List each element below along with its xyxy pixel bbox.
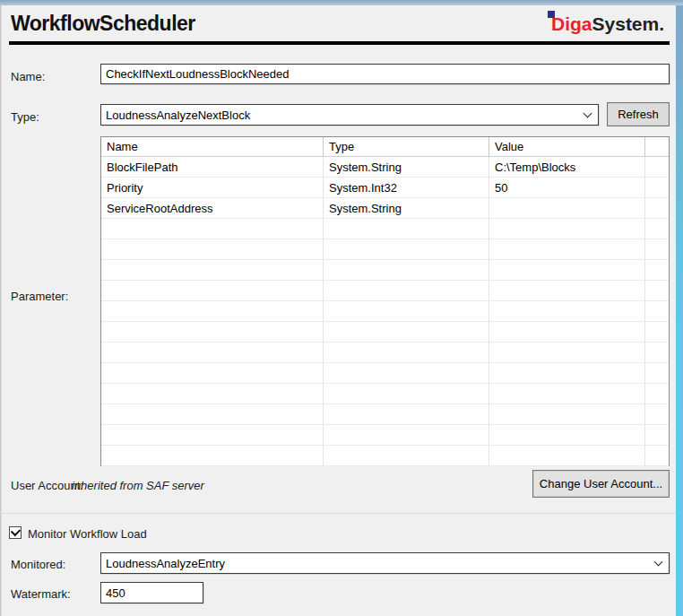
table-row[interactable] <box>101 384 669 404</box>
header-divider <box>9 41 670 45</box>
param-cell-name <box>101 343 324 362</box>
param-cell-name <box>101 219 324 239</box>
param-cell-name <box>101 322 324 342</box>
param-cell-extra <box>645 198 669 218</box>
brand-diga-text: Diga <box>551 13 592 34</box>
watermark-label: Watermark: <box>11 587 71 601</box>
param-cell-type: System.String <box>324 198 489 218</box>
param-cell-type <box>324 343 489 362</box>
monitor-workflow-load-checkbox[interactable] <box>9 526 22 539</box>
brand-system-text: System. <box>592 13 665 34</box>
param-cell-extra <box>645 322 669 342</box>
column-header-value[interactable]: Value <box>489 137 645 156</box>
param-cell-value <box>489 301 645 321</box>
param-cell-extra <box>645 219 669 239</box>
monitored-combobox-value: LoudnessAnalyzeEntry <box>106 557 225 570</box>
param-cell-type <box>324 404 489 424</box>
monitor-workflow-load-label[interactable]: Monitor Workflow Load <box>28 527 147 541</box>
watermark-input[interactable]: 450 <box>100 582 203 603</box>
parameter-table: Name Type Value BlockFilePathSystem.Stri… <box>100 136 670 466</box>
param-cell-value <box>489 404 645 424</box>
table-row[interactable] <box>101 404 669 425</box>
param-cell-type: System.String <box>324 157 489 177</box>
param-cell-extra <box>645 363 669 383</box>
param-cell-type: System.Int32 <box>324 178 489 197</box>
param-cell-value <box>489 425 645 445</box>
window-right-border <box>676 5 683 616</box>
param-cell-value <box>489 198 645 218</box>
param-cell-type <box>324 301 489 321</box>
param-cell-extra <box>645 260 669 280</box>
column-header-name[interactable]: Name <box>101 137 324 156</box>
table-row[interactable] <box>101 425 669 446</box>
param-cell-value <box>489 281 645 300</box>
chevron-down-icon[interactable] <box>584 110 592 117</box>
table-row[interactable] <box>101 281 669 301</box>
param-cell-value <box>489 343 645 362</box>
param-cell-extra <box>645 343 669 362</box>
section-divider <box>0 513 676 514</box>
table-row[interactable] <box>101 301 669 322</box>
param-cell-value <box>489 446 645 465</box>
param-cell-extra <box>645 178 669 197</box>
param-cell-name <box>101 384 324 403</box>
param-cell-value <box>489 239 645 259</box>
table-row[interactable] <box>101 363 669 384</box>
param-cell-name: BlockFilePath <box>101 157 324 177</box>
table-row[interactable] <box>101 322 669 343</box>
user-account-value: inherited from SAF server <box>72 479 204 492</box>
change-user-account-button[interactable]: Change User Account... <box>532 470 670 498</box>
name-input[interactable]: CheckIfNextLoudnessBlockNeeded <box>100 64 670 84</box>
table-row[interactable] <box>101 343 669 363</box>
table-row[interactable]: PrioritySystem.Int3250 <box>101 178 669 198</box>
refresh-button[interactable]: Refresh <box>607 102 670 126</box>
param-cell-type <box>324 446 489 465</box>
type-combobox[interactable]: LoudnessAnalyzeNextBlock <box>100 104 599 126</box>
param-cell-extra <box>645 446 669 465</box>
name-label: Name: <box>11 70 45 83</box>
param-cell-type <box>324 384 489 403</box>
param-cell-name: Priority <box>101 178 324 197</box>
param-cell-name <box>101 425 324 445</box>
param-cell-value <box>489 363 645 383</box>
param-cell-name <box>101 301 324 321</box>
table-row[interactable]: ServiceRootAddressSystem.String <box>101 198 669 219</box>
param-cell-type <box>324 322 489 342</box>
parameter-table-header: Name Type Value <box>101 137 669 157</box>
param-cell-name <box>101 446 324 465</box>
table-row[interactable] <box>101 239 669 260</box>
column-header-type[interactable]: Type <box>324 137 489 156</box>
param-cell-extra <box>645 157 669 177</box>
parameter-label: Parameter: <box>11 290 68 303</box>
param-cell-value: C:\Temp\Blocks <box>489 157 645 177</box>
param-cell-type <box>324 260 489 280</box>
param-cell-type <box>324 281 489 300</box>
table-row[interactable] <box>101 219 669 239</box>
param-cell-extra <box>645 404 669 424</box>
param-cell-value: 50 <box>489 178 645 197</box>
monitored-label: Monitored: <box>11 558 65 571</box>
page-title: WorkflowScheduler <box>11 12 195 36</box>
param-cell-value <box>489 219 645 239</box>
param-cell-type <box>324 239 489 259</box>
table-row[interactable] <box>101 446 669 466</box>
param-cell-value <box>489 260 645 280</box>
monitored-combobox[interactable]: LoudnessAnalyzeEntry <box>100 552 670 574</box>
chevron-down-icon[interactable] <box>655 559 662 566</box>
param-cell-extra <box>645 301 669 321</box>
window-left-border <box>0 5 2 616</box>
param-cell-name <box>101 281 324 300</box>
param-cell-value <box>489 322 645 342</box>
param-table-body: BlockFilePathSystem.StringC:\Temp\Blocks… <box>101 157 669 466</box>
workflow-scheduler-dialog: WorkflowScheduler DigaSystem. Name: Chec… <box>0 0 683 616</box>
type-combobox-value: LoudnessAnalyzeNextBlock <box>106 108 250 122</box>
param-cell-name <box>101 404 324 424</box>
param-cell-extra <box>645 281 669 300</box>
column-header-extra <box>645 137 669 156</box>
param-cell-type <box>324 219 489 239</box>
table-row[interactable]: BlockFilePathSystem.StringC:\Temp\Blocks <box>101 157 669 178</box>
param-cell-extra <box>645 425 669 445</box>
param-cell-name: ServiceRootAddress <box>101 198 324 218</box>
table-row[interactable] <box>101 260 669 281</box>
type-label: Type: <box>11 110 39 124</box>
